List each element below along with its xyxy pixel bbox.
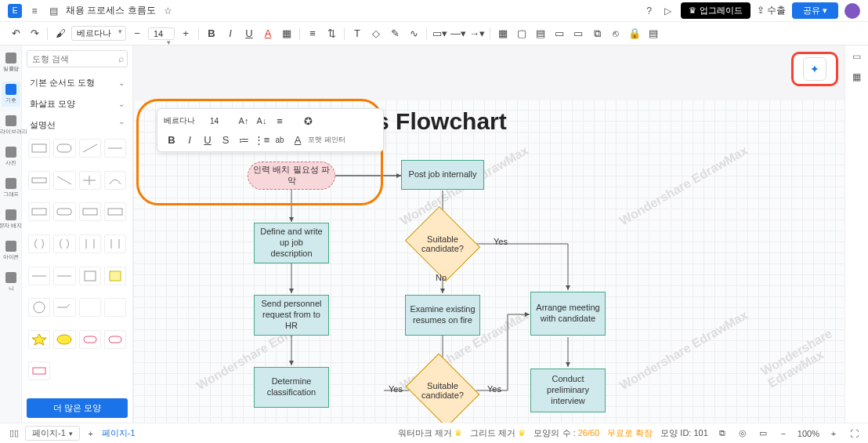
increase-size-icon[interactable]: A↑ (236, 113, 251, 129)
avatar[interactable] (844, 3, 860, 19)
rail-item-3[interactable]: 사진 (2, 144, 20, 169)
rail-item-0[interactable]: 일률량 (2, 50, 20, 75)
shape-cell[interactable] (79, 171, 101, 190)
attach-icon[interactable]: ⧉ (589, 26, 605, 42)
shape-cell[interactable] (28, 139, 50, 158)
line-icon[interactable]: ―▾ (450, 26, 466, 42)
pen-icon[interactable]: ✎ (387, 26, 403, 42)
bullet-list-icon[interactable]: ⋮≡ (254, 132, 269, 147)
node-interview[interactable]: Conduct preliminary interview (530, 369, 606, 412)
undo-icon[interactable]: ↶ (8, 26, 24, 42)
shape-cell[interactable] (28, 171, 50, 190)
help-icon[interactable]: ? (643, 5, 656, 17)
play-icon[interactable]: ▷ (662, 5, 675, 17)
image-icon[interactable]: ▢ (514, 26, 530, 42)
star-icon[interactable]: ☆ (162, 5, 175, 17)
strike-icon[interactable]: S (218, 132, 233, 147)
underline-icon[interactable]: U (200, 132, 215, 147)
shape-cell[interactable] (104, 330, 126, 349)
shape-cell[interactable] (53, 298, 75, 317)
shape-cell[interactable] (79, 139, 101, 158)
bold-icon[interactable]: B (204, 26, 219, 42)
shape-cell[interactable] (53, 202, 75, 221)
highlight-icon[interactable]: ▦ (279, 26, 295, 42)
document-title[interactable]: 채용 프로세스 흐름도 (66, 4, 156, 17)
align-icon[interactable]: ≡ (272, 113, 288, 129)
shape-cell[interactable] (28, 298, 50, 317)
node-define[interactable]: Define and write up job description (254, 223, 329, 263)
grid-remove[interactable]: 그리드 제거 ♛ (470, 427, 526, 439)
category-1[interactable]: 화살표 모양⌄ (22, 93, 132, 114)
add-page-icon[interactable]: + (85, 427, 97, 440)
shape-cell[interactable] (104, 171, 126, 190)
target-icon[interactable]: ◎ (736, 427, 749, 440)
presentation-icon[interactable]: ▭ (757, 427, 769, 440)
shape-cell[interactable] (28, 267, 50, 285)
note-icon[interactable]: ▭ (570, 26, 586, 42)
search-input[interactable] (27, 50, 128, 67)
shape-cell[interactable] (53, 171, 75, 190)
italic-icon[interactable]: I (222, 26, 238, 42)
shape-cell[interactable] (79, 234, 101, 253)
zoom-in-icon[interactable]: + (827, 427, 840, 440)
menu-icon[interactable]: ≡ (28, 5, 41, 17)
arrow-icon[interactable]: →▾ (469, 26, 485, 42)
rail-item-4[interactable]: 그래프 (2, 176, 20, 201)
bold-icon[interactable]: B (164, 132, 179, 147)
node-examine[interactable]: Examine existing resumes on fire (405, 295, 480, 336)
table-icon[interactable]: ▦ (495, 26, 511, 42)
shape-cell[interactable] (53, 267, 75, 285)
increase-font-icon[interactable]: + (178, 26, 193, 42)
font-color-icon[interactable]: A (260, 26, 276, 42)
pages-icon[interactable]: ▯▯ (8, 427, 20, 440)
shape-cell[interactable] (104, 267, 126, 285)
fill-icon[interactable]: ▭▾ (432, 26, 447, 42)
app-logo[interactable]: E (8, 4, 22, 18)
shape-cell[interactable] (28, 361, 50, 380)
layers-icon[interactable]: ⧉ (716, 427, 729, 440)
upgrade-button[interactable]: ♛ 업그레이드 (681, 2, 750, 19)
zoom-out-icon[interactable]: − (777, 427, 790, 440)
fullscreen-icon[interactable]: ⛶ (848, 427, 860, 440)
node-arrange[interactable]: Arrange meeting with candidate (530, 292, 606, 336)
search-icon[interactable]: ⌕ (118, 53, 124, 64)
properties-icon[interactable]: ▭ (851, 50, 863, 63)
export-button[interactable]: ⇪ 수출 (757, 4, 786, 17)
shape-cell[interactable] (104, 202, 126, 221)
page-current[interactable]: 페이지-1 (102, 427, 136, 439)
shape-cell[interactable] (104, 298, 126, 317)
redo-icon[interactable]: ↷ (27, 26, 42, 42)
more-shapes-button[interactable]: 더 많은 모양 (27, 398, 128, 418)
font-color-icon[interactable]: A (290, 132, 306, 147)
rail-item-2[interactable]: 내 라이브러리 (2, 113, 20, 138)
node-classify[interactable]: Determine classification (254, 367, 329, 408)
rail-item-5[interactable]: 문자 배지 (2, 207, 20, 232)
layer-icon[interactable]: ▤ (646, 26, 661, 42)
decrease-size-icon[interactable]: A↓ (254, 113, 269, 129)
shape-cell[interactable] (53, 234, 75, 253)
connector-icon[interactable]: ∿ (406, 26, 421, 42)
rail-item-6[interactable]: 아이콘 (2, 238, 20, 263)
font-size-select[interactable]: 14 (148, 27, 175, 40)
chart-icon[interactable]: ▤ (533, 26, 548, 42)
shape-cell[interactable] (28, 234, 50, 253)
lock-icon[interactable]: 🔒 (627, 26, 642, 42)
shape-cell[interactable] (79, 202, 101, 221)
text-icon[interactable]: T (349, 26, 365, 42)
shape-cell[interactable] (28, 330, 50, 349)
shape-cell[interactable] (79, 298, 101, 317)
shape-cell[interactable] (79, 330, 101, 349)
numbered-list-icon[interactable]: ≔ (236, 132, 251, 147)
shape-cell[interactable] (28, 202, 50, 221)
format-painter-icon[interactable]: 🖌 (52, 26, 68, 42)
watermark-remove[interactable]: 워터마크 제거 ♛ (398, 427, 462, 439)
container-icon[interactable]: ▭ (552, 26, 567, 42)
node-decision-1[interactable]: Suitable candidate? (414, 220, 472, 268)
italic-icon[interactable]: I (182, 132, 197, 147)
abc-icon[interactable]: ab (272, 132, 288, 147)
node-decision-2[interactable]: Suitable candidate? (414, 367, 472, 414)
font-select[interactable]: 베르다나 (71, 26, 126, 41)
rail-item-7[interactable]: 니 (2, 270, 20, 295)
shape-cell[interactable] (53, 330, 75, 349)
category-2[interactable]: 설명선⌃ (22, 114, 132, 136)
